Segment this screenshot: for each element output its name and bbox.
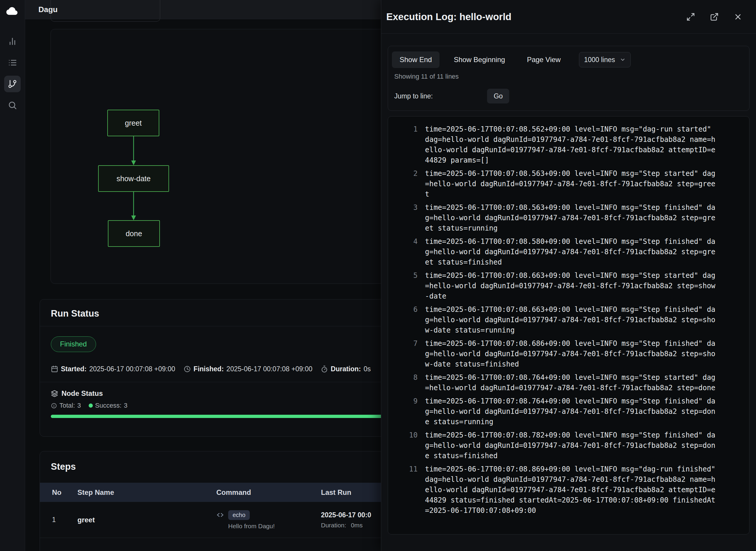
lines-per-page-select[interactable]: 1000 lines [579,52,631,67]
sidebar-item-search[interactable] [4,97,21,113]
log-line-number: 6 [388,305,418,315]
log-line-number: 9 [388,396,418,407]
log-line-number: 3 [388,202,418,213]
log-line: 3time=2025-06-17T00:07:08.563+09:00 leve… [388,202,749,233]
log-output: 1time=2025-06-17T00:07:08.562+09:00 leve… [388,116,750,534]
maximize-icon [686,12,695,21]
duration-meta: Duration: 0s [321,365,371,373]
steps-heading: Steps [40,461,427,472]
jump-to-line-input[interactable] [437,92,487,100]
dagu-logo-icon[interactable] [5,4,19,18]
log-line-text: time=2025-06-17T00:07:08.663+09:00 level… [425,270,716,302]
col-step-name: Step Name [71,488,210,497]
col-no: No [40,488,71,497]
col-command: Command [210,488,315,497]
step-name: greet [71,516,210,524]
log-line: 2time=2025-06-17T00:07:08.563+09:00 leve… [388,168,749,199]
log-line-text: time=2025-06-17T00:07:08.764+09:00 level… [425,373,716,393]
run-meta-row: Started: 2025-06-17 00:07:08 +09:00 Fini… [51,365,416,373]
log-line: 1time=2025-06-17T00:07:08.562+09:00 leve… [388,124,749,165]
layers-icon [51,390,58,397]
stopwatch-icon [321,365,328,373]
page-view-button[interactable]: Page View [519,51,568,68]
log-line-text: time=2025-06-17T00:07:08.580+09:00 level… [425,236,716,267]
log-line: 8time=2025-06-17T00:07:08.764+09:00 leve… [388,373,749,393]
finished-label: Finished: [193,365,224,373]
log-line-text: time=2025-06-17T00:07:08.562+09:00 level… [425,124,716,165]
dag-edges [51,29,420,284]
sidebar [0,0,25,551]
log-line: 10time=2025-06-17T00:07:08.782+09:00 lev… [388,430,749,461]
dag-node-greet[interactable]: greet [107,110,159,136]
log-line-text: time=2025-06-17T00:07:08.563+09:00 level… [425,168,716,199]
sidebar-item-dashboard[interactable] [4,33,21,50]
log-line: 9time=2025-06-17T00:07:08.764+09:00 leve… [388,396,749,427]
log-line-number: 8 [388,373,418,383]
steps-card: Steps No Step Name Command Last Run 1 gr… [40,451,427,551]
sidebar-item-dag-runs[interactable] [4,76,21,92]
steps-table-header: No Step Name Command Last Run [40,483,427,502]
success-count: Success: 3 [89,402,128,409]
divider [40,382,427,382]
log-line: 5time=2025-06-17T00:07:08.663+09:00 leve… [388,270,749,302]
node-status-heading: Node Status [51,389,416,398]
step-duration-label: Duration: [321,522,346,529]
info-circle-icon [51,403,57,409]
calendar-icon [51,365,58,373]
scrolled-card-remnant [51,0,160,22]
log-panel-actions [684,10,745,24]
started-meta: Started: 2025-06-17 00:07:08 +09:00 [51,365,175,373]
log-line: 6time=2025-06-17T00:07:08.663+09:00 leve… [388,305,749,336]
maximize-button[interactable] [684,10,698,24]
log-line-number: 2 [388,168,418,179]
log-line-text: time=2025-06-17T00:07:08.686+09:00 level… [425,339,716,370]
jump-to-line-row: Jump to line: Go [394,89,743,103]
duration-value: 0s [363,365,370,373]
log-panel-body: Show End Show Beginning Page View 1000 l… [381,34,756,534]
show-end-button[interactable]: Show End [392,51,440,68]
git-branch-icon [8,79,17,89]
close-button[interactable] [731,10,745,24]
run-status-heading: Run Status [51,308,416,319]
success-label: Success: [95,402,121,409]
log-line-number: 11 [388,464,418,474]
success-dot-icon [89,404,93,408]
bar-chart-icon [8,37,17,46]
code-icon [216,511,224,519]
dag-node-show-date[interactable]: show-date [98,165,169,192]
success-value: 3 [124,402,127,409]
log-line-number: 5 [388,270,418,281]
table-row[interactable]: 2 show-date date 2025-06-17 00:0 [40,538,427,551]
log-line: 11time=2025-06-17T00:07:08.869+09:00 lev… [388,464,749,516]
total-label: Total: [59,402,75,409]
log-controls: Show End Show Beginning Page View 1000 l… [388,46,750,111]
log-line-number: 1 [388,124,418,134]
log-line-text: time=2025-06-17T00:07:08.563+09:00 level… [425,202,716,233]
node-status-counts: Total: 3 Success: 3 [51,402,416,409]
execution-log-panel: Execution Log: hello-world Show End Show… [381,0,756,551]
step-no: 1 [40,516,71,524]
status-badge: Finished [51,337,96,352]
go-button[interactable]: Go [487,89,509,103]
step-duration-value: 0ms [351,522,362,529]
chevron-down-icon [620,57,626,63]
total-count: Total: 3 [51,402,81,409]
command-badge: echo [228,510,250,520]
sidebar-item-dag-definitions[interactable] [4,54,21,71]
sidebar-nav [4,33,21,113]
table-row[interactable]: 1 greet echo Hello from Dagu! 2025-06-17… [40,502,427,538]
log-line-text: time=2025-06-17T00:07:08.869+09:00 level… [425,464,716,516]
show-beginning-button[interactable]: Show Beginning [446,51,513,68]
finished-value: 2025-06-17 00:07:08 +09:00 [226,365,312,373]
app-root: Dagu greet show-date done Run Status [0,0,756,551]
open-external-button[interactable] [707,10,721,24]
dag-node-done[interactable]: done [108,220,160,247]
success-progress-bar [51,415,416,418]
log-line-number: 4 [388,236,418,247]
run-status-card: Run Status Finished Started: 2025-06-17 … [40,299,427,437]
external-link-icon [710,12,719,21]
list-icon [8,58,17,67]
close-icon [734,12,742,21]
node-status-label: Node Status [61,389,103,398]
finished-meta: Finished: 2025-06-17 00:07:08 +09:00 [183,365,312,373]
